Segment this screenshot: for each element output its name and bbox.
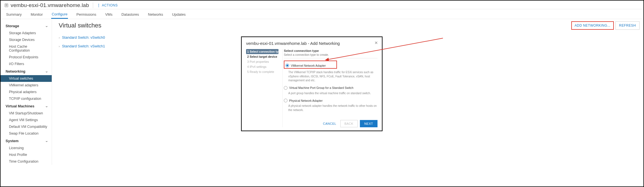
connection-type-option[interactable]: Virtual Machine Port Group for a Standar… [284,86,378,90]
sidebar-group-virtual-machines[interactable]: Virtual Machines⌄ [1,102,52,110]
main-panel: ADD NETWORKING... REFRESH Virtual switch… [52,19,643,165]
chevron-down-icon: ⌄ [45,24,48,28]
sidebar-item-default-vm-compatibility[interactable]: Default VM Compatibility [1,123,52,130]
chevron-right-icon: › [59,36,60,39]
wizard-step[interactable]: 2 Select target device [246,54,279,59]
svg-rect-0 [5,4,8,7]
section-subtitle: Select a connection type to create. [284,53,378,58]
sidebar-item-host-profile[interactable]: Host Profile [1,151,52,158]
sidebar-item-vmkernel-adapters[interactable]: VMkernel adapters [1,82,52,89]
sidebar-item-time-configuration[interactable]: Time Configuration [1,158,52,165]
radio-icon [286,64,289,67]
sidebar-group-system[interactable]: System⌄ [1,137,52,145]
radio-icon [284,86,287,90]
config-sidebar: Storage⌄Storage AdaptersStorage DevicesH… [1,19,52,165]
chevron-right-icon: › [59,45,60,48]
tab-permissions[interactable]: Permissions [76,12,97,19]
sidebar-item-physical-adapters[interactable]: Physical adapters [1,89,52,95]
page-title: Virtual switches [59,22,639,29]
tab-configure[interactable]: Configure [51,12,68,19]
sidebar-item-storage-devices[interactable]: Storage Devices [1,36,52,43]
option-help-text: The VMkernel TCP/IP stack handles traffi… [288,70,378,83]
add-networking-button[interactable]: ADD NETWORKING... [571,21,614,30]
wizard-step: 5 Ready to complete [246,69,279,74]
tab-monitor[interactable]: Monitor [30,12,43,19]
wizard-step: 4 IPv4 settings [246,64,279,69]
sidebar-item-protocol-endpoints[interactable]: Protocol Endpoints [1,54,52,61]
tab-updates[interactable]: Updates [171,12,186,19]
next-button[interactable]: NEXT [360,120,378,127]
back-button: BACK [340,120,358,127]
cancel-button[interactable]: CANCEL [321,120,338,127]
divider [93,3,93,8]
wizard-step[interactable]: 1 Select connection type [246,49,279,54]
connection-type-option[interactable]: VMkernel Network Adapter [286,64,335,67]
chevron-down-icon: ⌄ [45,139,48,143]
wizard-steps: 1 Select connection type2 Select target … [246,49,279,127]
svg-rect-1 [6,4,8,5]
sidebar-item-virtual-switches[interactable]: Virtual switches [1,75,52,82]
svg-rect-2 [6,5,8,6]
tab-summary[interactable]: Summary [6,12,22,19]
sidebar-item-vm-startup-shutdown[interactable]: VM Startup/Shutdown [1,110,52,117]
sidebar-group-storage[interactable]: Storage⌄ [1,22,52,30]
tab-vms[interactable]: VMs [105,12,113,19]
sidebar-item-licensing[interactable]: Licensing [1,145,52,151]
option-help-text: A physical network adapter handles the n… [288,104,378,112]
option-help-text: A port group handles the virtual machine… [288,91,378,96]
close-icon[interactable]: ✕ [374,40,378,45]
tab-bar: SummaryMonitorConfigurePermissionsVMsDat… [1,9,643,19]
sidebar-group-networking[interactable]: Networking⌄ [1,67,52,75]
sidebar-item-i-o-filters[interactable]: I/O Filters [1,61,52,67]
sidebar-item-tcp-ip-configuration[interactable]: TCP/IP configuration [1,95,52,102]
dialog-title: vembu-esxi-01.vmwarehome.lab - Add Netwo… [246,41,378,46]
sidebar-item-storage-adapters[interactable]: Storage Adapters [1,30,52,36]
actions-icon: ⋮ [97,3,100,7]
section-title: Select connection type [284,49,378,52]
host-icon [4,3,8,7]
actions-menu[interactable]: ⋮ ACTIONS [97,3,118,7]
tab-networks[interactable]: Networks [147,12,164,19]
connection-type-option[interactable]: Physical Network Adapter [284,99,378,102]
radio-icon [284,99,287,102]
sidebar-item-agent-vm-settings[interactable]: Agent VM Settings [1,117,52,123]
host-title: vembu-esxi-01.vmwarehome.lab [11,2,89,8]
sidebar-item-swap-file-location[interactable]: Swap File Location [1,130,52,137]
chevron-down-icon: ⌄ [45,70,48,73]
add-networking-dialog: ✕ vembu-esxi-01.vmwarehome.lab - Add Net… [241,36,383,131]
sidebar-item-host-cache-configuration[interactable]: Host Cache Configuration [1,43,52,54]
refresh-button[interactable]: REFRESH [615,21,640,30]
tab-datastores[interactable]: Datastores [121,12,140,19]
actions-label: ACTIONS [102,3,118,7]
wizard-step: 3 Port properties [246,59,279,64]
chevron-down-icon: ⌄ [45,104,48,108]
